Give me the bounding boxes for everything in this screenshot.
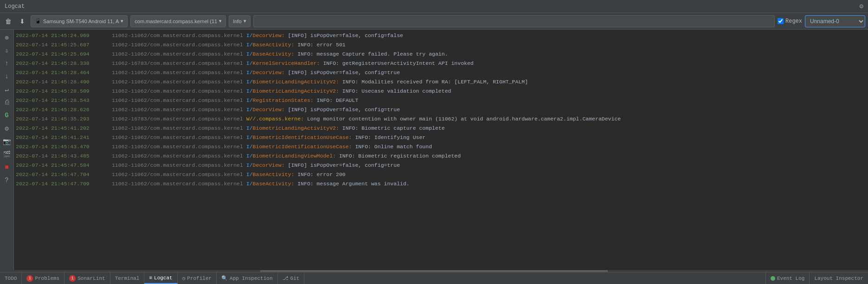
status-bar: TODO 1 Problems 1 SonarLint Terminal ≡ L… — [0, 272, 868, 284]
log-level-selector[interactable]: Info ▾ — [229, 15, 250, 27]
soft-wrap-icon[interactable]: ↵ — [1, 83, 13, 95]
log-level: I/ — [246, 134, 253, 140]
tab-logcat-label: Logcat — [154, 275, 173, 281]
log-timestamp: 2022-07-14 21:45:25.687 — [16, 42, 109, 48]
settings-title-icon[interactable]: ⚙ — [860, 2, 863, 10]
log-level: I/ — [246, 162, 253, 168]
process-label: com.mastercard.compass.kernel (11 — [135, 19, 217, 24]
log-pid: 11062-11062/com.mastercard.compass.kerne… — [112, 79, 243, 85]
log-tag: KernelServiceHandler: — [253, 60, 320, 66]
scroll-down-icon[interactable]: ↓ — [1, 70, 13, 82]
process-chevron-icon: ▾ — [219, 18, 222, 24]
level-chevron-icon: ▾ — [244, 18, 246, 24]
table-row: 2022-07-14 21:45:25.694 11062-11062/com.… — [14, 49, 868, 58]
log-tag: BaseActivity: — [253, 51, 295, 57]
log-message: INFO: Identifying User — [355, 134, 425, 140]
log-timestamp: 2022-07-14 21:45:43.485 — [16, 153, 109, 159]
log-content[interactable]: 2022-07-14 21:45:24.969 11062-11062/com.… — [14, 30, 868, 270]
log-pid: 11062-16783/com.mastercard.compass.kerne… — [112, 60, 243, 66]
log-message: Long monitor contention with owner main … — [307, 116, 621, 122]
log-tag: BaseActivity: — [253, 181, 295, 187]
screenshot-icon[interactable]: 📷 — [1, 135, 13, 147]
log-level: I/ — [246, 51, 253, 57]
log-tag: /.compass.kerne: — [253, 116, 304, 122]
table-row: 2022-07-14 21:45:43.470 11062-11062/com.… — [14, 142, 868, 151]
log-timestamp: 2022-07-14 21:45:28.464 — [16, 69, 109, 76]
tab-terminal[interactable]: Terminal — [110, 272, 145, 284]
log-message: INFO: Modalities received from RA: [LEFT… — [342, 79, 528, 85]
search-input[interactable] — [253, 15, 775, 27]
log-timestamp: 2022-07-14 21:45:24.969 — [16, 32, 109, 38]
app-inspection-icon: 🔍 — [221, 275, 228, 281]
scroll-to-end-icon[interactable]: ⇩ — [1, 44, 13, 57]
greenify-icon[interactable]: G — [1, 109, 13, 121]
table-row: 2022-07-14 21:45:43.485 11062-11062/com.… — [14, 151, 868, 160]
stop-icon[interactable]: ■ — [1, 161, 13, 173]
tab-todo-label: TODO — [5, 276, 17, 281]
device-selector[interactable]: 📱 Samsung SM-T540 Android 11, A ▾ — [31, 15, 128, 27]
settings-icon[interactable]: ⚙ — [1, 122, 13, 134]
layout-inspector-button[interactable]: Layout Inspector — [809, 272, 868, 284]
table-row: 2022-07-14 21:45:41.241 11062-11062/com.… — [14, 133, 868, 142]
log-message: INFO: getRegisterUserActivityIntent API … — [323, 60, 473, 66]
tab-problems-label: Problems — [35, 276, 59, 281]
log-timestamp: 2022-07-14 21:45:47.584 — [16, 162, 109, 168]
log-message: INFO: error 200 — [297, 171, 346, 177]
table-row: 2022-07-14 21:45:47.584 11062-11062/com.… — [14, 160, 868, 170]
tab-app-inspection-label: App Inspection — [230, 276, 272, 281]
clear-logcat-icon[interactable]: ⊗ — [1, 32, 13, 44]
scroll-up-icon[interactable]: ↑ — [1, 57, 13, 69]
log-tag: BiometricLandingActivityV2: — [253, 79, 339, 85]
log-timestamp: 2022-07-14 21:45:28.509 — [16, 88, 109, 94]
event-log-label: Event Log — [777, 276, 804, 281]
log-level: I/ — [246, 144, 253, 150]
log-message: [INFO] isPopOver=false, config=false — [288, 32, 403, 38]
table-row: 2022-07-14 21:45:28.490 11062-11062/com.… — [14, 77, 868, 86]
session-selector[interactable]: Unnamed-0 — [805, 15, 865, 27]
log-timestamp: 2022-07-14 21:45:47.709 — [16, 181, 109, 187]
logcat-icon: ≡ — [149, 275, 152, 281]
regex-toggle[interactable]: Regex — [778, 18, 802, 25]
tab-app-inspection[interactable]: 🔍 App Inspection — [217, 272, 277, 284]
device-icon: 📱 — [35, 18, 41, 24]
log-level: I/ — [246, 60, 253, 66]
log-level: I/ — [246, 107, 253, 113]
tab-sonarlint[interactable]: 1 SonarLint — [64, 272, 110, 284]
log-timestamp: 2022-07-14 21:45:28.490 — [16, 79, 109, 85]
log-pid: 11062-11062/com.mastercard.compass.kerne… — [112, 144, 243, 150]
tab-logcat[interactable]: ≡ Logcat — [144, 272, 177, 284]
log-pid: 11062-11062/com.mastercard.compass.kerne… — [112, 181, 243, 187]
scroll-to-end-button[interactable]: ⬇ — [17, 16, 28, 27]
process-selector[interactable]: com.mastercard.compass.kernel (11 ▾ — [130, 15, 226, 27]
title-bar: Logcat ⚙ — [0, 0, 868, 13]
log-tag: BaseActivity: — [253, 42, 295, 48]
record-icon[interactable]: 🎬 — [1, 148, 13, 160]
profiler-icon: ◷ — [182, 275, 186, 281]
left-sidebar: ⊗ ⇩ ↑ ↓ ↵ ⎙ G ⚙ 📷 🎬 ■ ? — [0, 30, 14, 270]
print-icon[interactable]: ⎙ — [1, 96, 13, 108]
log-pid: 11062-11062/com.mastercard.compass.kerne… — [112, 69, 243, 76]
tab-problems[interactable]: 1 Problems — [22, 272, 64, 284]
log-message: INFO: Biometric registration completed — [339, 153, 461, 159]
log-level: I/ — [246, 125, 253, 131]
log-timestamp: 2022-07-14 21:45:41.202 — [16, 125, 109, 131]
toolbar: 🗑 ⬇ 📱 Samsung SM-T540 Android 11, A ▾ co… — [0, 13, 868, 30]
help-icon[interactable]: ? — [1, 174, 13, 186]
window-controls: ⚙ — [860, 2, 863, 10]
log-timestamp: 2022-07-14 21:45:47.704 — [16, 171, 109, 177]
clear-button[interactable]: 🗑 — [3, 16, 14, 27]
log-pid: 11062-11062/com.mastercard.compass.kerne… — [112, 153, 243, 159]
table-row: 2022-07-14 21:45:41.202 11062-11062/com.… — [14, 123, 868, 133]
table-row: 2022-07-14 21:45:28.464 11062-11062/com.… — [14, 68, 868, 77]
regex-checkbox[interactable] — [778, 18, 784, 24]
tab-todo[interactable]: TODO — [0, 272, 22, 284]
log-pid: 11062-16783/com.mastercard.compass.kerne… — [112, 116, 243, 122]
tab-sonarlint-label: SonarLint — [77, 276, 105, 281]
tab-profiler[interactable]: ◷ Profiler — [178, 272, 217, 284]
log-message: [INFO] isPopOver=false, config=true — [288, 107, 400, 113]
log-pid: 11062-11062/com.mastercard.compass.kerne… — [112, 134, 243, 140]
layout-inspector-label: Layout Inspector — [814, 276, 863, 281]
event-log-button[interactable]: Event Log — [765, 272, 809, 284]
device-label: Samsung SM-T540 Android 11, A — [43, 19, 119, 24]
tab-git[interactable]: ⎇ Git — [278, 272, 305, 284]
